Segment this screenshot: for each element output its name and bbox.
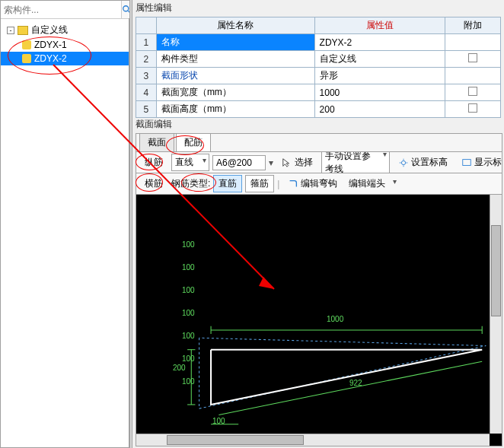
dimension-label: 200 <box>173 364 186 372</box>
tree-item-label: ZDYX-2 <box>34 53 67 64</box>
table-row[interactable]: 2 构件类型 自定义线 <box>136 51 501 68</box>
vertical-scrollbar[interactable] <box>490 195 502 434</box>
horizontal-scrollbar[interactable] <box>136 434 490 446</box>
folder-icon <box>18 26 28 35</box>
section-editor-title: 截面编辑 <box>136 118 172 131</box>
hook-icon <box>288 179 298 189</box>
dimension-label: 922 <box>349 379 362 387</box>
collapse-icon[interactable]: - <box>7 27 14 34</box>
search-input[interactable] <box>1 1 121 18</box>
show-mark-button[interactable]: 显示标 <box>456 154 502 171</box>
scrollbar-thumb[interactable] <box>167 435 304 445</box>
svg-rect-3 <box>463 159 471 165</box>
checkbox[interactable] <box>468 103 477 113</box>
svg-line-10 <box>219 361 482 415</box>
tree-item-zdyx2[interactable]: ZDYX-2 <box>1 52 129 65</box>
search-row <box>1 1 129 19</box>
vertical-rebar-button[interactable]: 纵筋 <box>139 154 168 171</box>
checkbox[interactable] <box>468 53 477 62</box>
tab-section[interactable]: 截面 <box>139 133 174 151</box>
col-header-value: 属性值 <box>314 17 445 34</box>
tree-root[interactable]: - 自定义线 <box>1 22 129 38</box>
dimension-label: 100 <box>212 417 225 425</box>
table-row[interactable]: 1 名称 ZDYX-2 <box>136 34 501 51</box>
checkbox[interactable] <box>468 87 477 96</box>
table-header-row: 属性名称 属性值 附加 <box>136 17 501 34</box>
component-icon <box>22 40 31 49</box>
stirrup-rebar-button[interactable]: 箍筋 <box>245 175 274 192</box>
toolbar-separator: | <box>277 179 279 189</box>
edit-endpoint-dropdown[interactable]: 编辑端头 <box>346 176 399 192</box>
vertical-divider[interactable] <box>129 0 132 448</box>
table-row[interactable]: 5 截面高度（mm） 200 <box>136 101 501 118</box>
col-header-extra: 附加 <box>445 17 500 34</box>
tree-item-label: ZDYX-1 <box>34 40 67 50</box>
table-row[interactable]: 3 截面形状 异形 <box>136 68 501 84</box>
manual-reference-dropdown[interactable]: 手动设置参考线 <box>321 152 390 173</box>
dropdown-arrow-icon[interactable]: ▾ <box>269 157 273 168</box>
toolbar-1: 纵筋 直线 ▾ 选择 手动设置参考线 设置标高 显示标 <box>136 152 502 173</box>
dimension-label: 1000 <box>327 315 343 323</box>
property-editor-title: 属性编辑 <box>136 2 172 14</box>
gear-icon <box>398 157 409 168</box>
scrollbar-thumb[interactable] <box>491 225 501 316</box>
rebar-size-input[interactable] <box>212 155 266 170</box>
section-editor-panel: 截面 配筋 纵筋 直线 ▾ 选择 手动设置参考线 设置标高 显示标 横筋 钢筋类… <box>136 133 502 446</box>
svg-point-0 <box>123 5 129 11</box>
tree-item-zdyx1[interactable]: ZDYX-1 <box>1 38 129 52</box>
drawing-svg <box>136 195 502 446</box>
table-row[interactable]: 4 截面宽度（mm） 1000 <box>136 84 501 101</box>
component-icon <box>22 54 31 63</box>
straight-rebar-button[interactable]: 直筋 <box>213 175 242 192</box>
component-tree-panel: - 自定义线 ZDYX-1 ZDYX-2 <box>0 0 129 448</box>
select-button[interactable]: 选择 <box>276 154 318 171</box>
svg-point-2 <box>401 160 405 164</box>
horizontal-rebar-button[interactable]: 横筋 <box>139 175 168 192</box>
property-table: 属性名称 属性值 附加 1 名称 ZDYX-2 2 构件类型 自定义线 3 截面… <box>136 17 501 118</box>
set-elevation-button[interactable]: 设置标高 <box>393 154 453 171</box>
component-tree: - 自定义线 ZDYX-1 ZDYX-2 <box>1 19 129 68</box>
edit-hook-button[interactable]: 编辑弯钩 <box>282 175 343 192</box>
line-type-dropdown[interactable]: 直线 <box>171 154 209 171</box>
col-header-name: 属性名称 <box>156 17 314 34</box>
tree-root-label: 自定义线 <box>31 24 68 37</box>
display-icon <box>461 157 472 168</box>
drawing-canvas[interactable]: 1000 200 922 100 100 100 100 100 100 100… <box>136 195 502 446</box>
toolbar-2: 横筋 钢筋类型: 直筋 箍筋 | 编辑弯钩 编辑端头 <box>136 173 502 195</box>
cursor-icon <box>282 157 292 168</box>
section-tabs: 截面 配筋 <box>136 134 502 152</box>
tab-rebar[interactable]: 配筋 <box>176 133 211 151</box>
rebar-type-label: 钢筋类型: <box>171 177 210 190</box>
